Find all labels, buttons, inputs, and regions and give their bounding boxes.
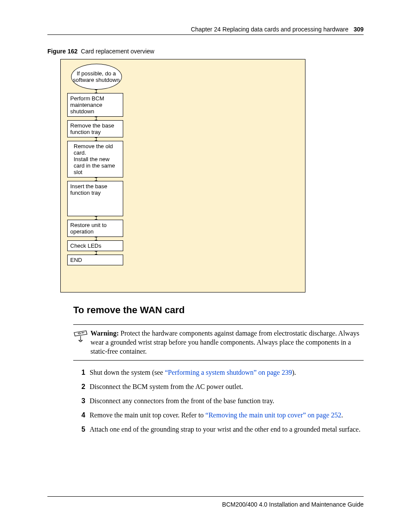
flow-node: Check LEDs <box>67 240 123 251</box>
figure-label: Figure 162 <box>47 48 78 55</box>
warning-icon <box>73 329 90 356</box>
flow-node-start: If possible, do a software shutdown <box>71 64 122 90</box>
list-item: 4 Remove the main unit top cover. Refer … <box>73 411 364 420</box>
page-number: 309 <box>354 26 364 33</box>
figure-title: Card replacement overview <box>81 48 154 55</box>
flow-node: Remove the old card. Install the new car… <box>67 141 123 177</box>
chapter-title: Chapter 24 Replacing data cards and proc… <box>191 26 349 33</box>
figure-caption: Figure 162 Card replacement overview <box>47 48 364 55</box>
steps-list: 1 Shut down the system (see “Performing … <box>73 368 364 434</box>
warning-label: Warning: <box>90 330 119 337</box>
section-heading: To remove the WAN card <box>73 305 364 316</box>
cross-reference-link[interactable]: “Performing a system shutdown” on page 2… <box>165 369 292 376</box>
flow-node: Insert the base function tray <box>67 181 123 216</box>
list-item: 3 Disconnect any connectors from the fro… <box>73 397 364 406</box>
page-header: Chapter 24 Replacing data cards and proc… <box>47 26 364 35</box>
flow-node: Remove the base function tray <box>67 120 123 137</box>
page-footer: BCM200/400 4.0 Installation and Maintena… <box>47 496 364 508</box>
flow-node: Perform BCM maintenance shutdown <box>67 93 123 117</box>
warning-block: Warning: Protect the hardware components… <box>73 324 364 361</box>
cross-reference-link[interactable]: “Removing the main unit top cover” on pa… <box>206 411 341 419</box>
list-item: 2 Disconnect the BCM system from the AC … <box>73 383 364 392</box>
svg-point-0 <box>78 333 81 334</box>
flow-node-end: END <box>67 255 123 265</box>
list-item: 1 Shut down the system (see “Performing … <box>73 368 364 377</box>
flow-node: Restore unit to operation <box>67 220 123 237</box>
list-item: 5 Attach one end of the grounding strap … <box>73 425 364 434</box>
document-title: BCM200/400 4.0 Installation and Maintena… <box>222 501 364 508</box>
warning-text: Warning: Protect the hardware components… <box>90 329 364 356</box>
figure-diagram: If possible, do a software shutdown Perf… <box>60 59 305 292</box>
